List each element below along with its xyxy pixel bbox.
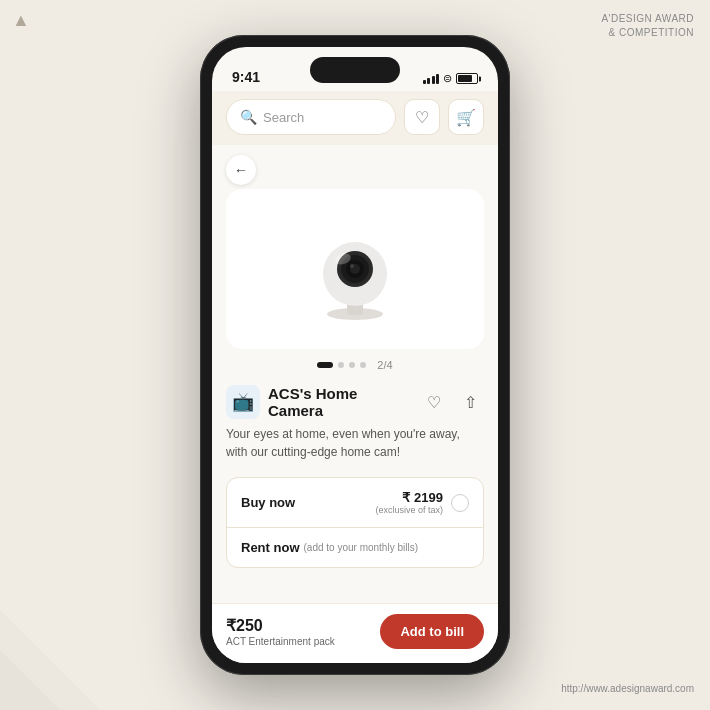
- product-brand-icon: 📺: [226, 385, 260, 419]
- pagination-dot-3: [349, 362, 355, 368]
- product-description: Your eyes at home, even when you're away…: [226, 425, 484, 461]
- product-pagination: 2/4: [212, 349, 498, 377]
- buy-price-note: (exclusive of tax): [375, 505, 443, 515]
- battery-icon: [456, 73, 478, 84]
- buy-label: Buy now: [241, 495, 295, 510]
- pagination-dot-4: [360, 362, 366, 368]
- buy-price-area: ₹ 2199 (exclusive of tax): [375, 490, 469, 515]
- bottom-price: ₹250: [226, 616, 335, 635]
- phone-shell: 9:41 ⊜ 🔍 Search ♡: [200, 35, 510, 675]
- back-arrow-icon: ←: [234, 162, 248, 178]
- phone-screen: 9:41 ⊜ 🔍 Search ♡: [212, 47, 498, 663]
- rent-label: Rent now: [241, 540, 300, 555]
- product-image-container: [226, 189, 484, 349]
- back-button-area: ←: [212, 145, 498, 189]
- search-bar[interactable]: 🔍 Search: [226, 99, 396, 135]
- pagination-dot-1: [317, 362, 333, 368]
- product-heart-icon: ♡: [427, 393, 441, 412]
- heart-icon: ♡: [415, 108, 429, 127]
- add-to-bill-button[interactable]: Add to bill: [380, 614, 484, 649]
- buy-radio[interactable]: [451, 494, 469, 512]
- buy-price: ₹ 2199 (exclusive of tax): [375, 490, 443, 515]
- pagination-dot-2: [338, 362, 344, 368]
- pagination-label: 2/4: [377, 359, 392, 371]
- search-bar-icon: 🔍: [239, 108, 257, 126]
- search-area: 🔍 Search ♡ 🛒: [212, 91, 498, 145]
- buy-price-main: ₹ 2199: [375, 490, 443, 505]
- share-icon: ⇧: [464, 393, 477, 412]
- rent-sublabel: (add to your monthly bills): [304, 542, 419, 553]
- product-share-button[interactable]: ⇧: [456, 388, 484, 416]
- purchase-options-card: Buy now ₹ 2199 (exclusive of tax) Rent n…: [226, 477, 484, 568]
- cart-icon: 🛒: [456, 108, 476, 127]
- buy-now-row[interactable]: Buy now ₹ 2199 (exclusive of tax): [227, 478, 483, 528]
- search-placeholder: Search: [263, 110, 304, 125]
- svg-marker-1: [0, 610, 100, 710]
- content-area: ←: [212, 145, 498, 603]
- wishlist-button[interactable]: ♡: [404, 99, 440, 135]
- site-url: http://www.adesignaward.com: [561, 683, 694, 694]
- product-title: ACS's Home Camera: [268, 385, 412, 419]
- signal-icon: [423, 74, 440, 84]
- status-time: 9:41: [232, 69, 260, 85]
- product-title-row: 📺 ACS's Home Camera ♡ ⇧: [226, 385, 484, 419]
- dynamic-island: [310, 57, 400, 83]
- award-logo: A'DESIGN AWARD & COMPETITION: [601, 12, 694, 40]
- tv-icon: 📺: [232, 391, 254, 413]
- product-info-section: 📺 ACS's Home Camera ♡ ⇧ Your eyes at hom…: [212, 377, 498, 477]
- product-image: [295, 209, 415, 329]
- decorative-bg: [0, 580, 130, 710]
- wifi-icon: ⊜: [443, 72, 452, 85]
- bottom-bar: ₹250 ACT Entertainment pack Add to bill: [212, 603, 498, 663]
- back-button[interactable]: ←: [226, 155, 256, 185]
- cart-button[interactable]: 🛒: [448, 99, 484, 135]
- product-wishlist-button[interactable]: ♡: [420, 388, 448, 416]
- bottom-pack-name: ACT Entertainment pack: [226, 636, 335, 647]
- rent-now-row[interactable]: Rent now (add to your monthly bills): [227, 528, 483, 567]
- status-icons: ⊜: [423, 72, 479, 85]
- bg-logo-a: ▲: [12, 10, 30, 31]
- bottom-price-area: ₹250 ACT Entertainment pack: [226, 616, 335, 647]
- battery-fill: [458, 75, 472, 82]
- svg-point-10: [350, 264, 354, 268]
